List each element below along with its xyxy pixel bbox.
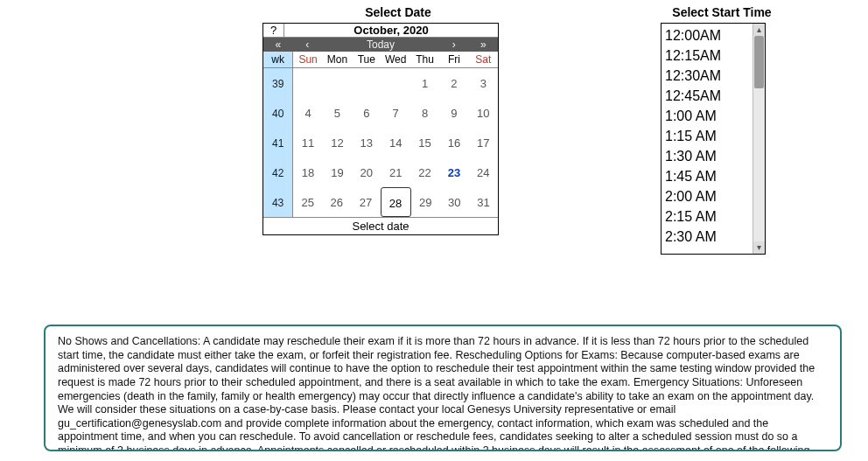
time-listbox[interactable]: 12:00AM12:15AM12:30AM12:45AM1:00 AM1:15 … — [661, 23, 766, 255]
calendar-day[interactable]: 23 — [439, 157, 468, 187]
scroll-up-icon[interactable]: ▴ — [753, 24, 765, 36]
calendar-day: . — [352, 68, 381, 98]
time-option[interactable]: 12:15AM — [665, 45, 749, 66]
time-option[interactable]: 12:00AM — [665, 25, 749, 45]
calendar-nav: « ‹ Today › » — [263, 38, 498, 52]
calendar-day[interactable]: 25 — [293, 187, 322, 217]
calendar: ? October, 2020 « ‹ Today › » wk Sun Mon… — [262, 23, 499, 235]
prev-month-button[interactable]: ‹ — [293, 38, 323, 52]
calendar-day[interactable]: 7 — [382, 98, 410, 128]
today-button[interactable]: Today — [322, 38, 439, 52]
week-number: 40 — [263, 98, 293, 128]
calendar-day[interactable]: 14 — [382, 128, 410, 157]
select-time-title: Select Start Time — [661, 5, 783, 19]
calendar-day[interactable]: 13 — [352, 128, 381, 157]
scroll-thumb[interactable] — [754, 36, 764, 88]
calendar-day[interactable]: 24 — [469, 157, 498, 187]
calendar-day[interactable]: 16 — [439, 128, 468, 157]
calendar-day[interactable]: 22 — [410, 157, 439, 187]
calendar-help-button[interactable]: ? — [263, 24, 284, 38]
time-option[interactable]: 12:45AM — [665, 86, 749, 106]
next-month-button[interactable]: › — [439, 38, 469, 52]
calendar-day[interactable]: 31 — [469, 187, 498, 217]
calendar-day[interactable]: 12 — [323, 128, 352, 157]
dow-thu: Thu — [410, 52, 439, 67]
dow-sat: Sat — [469, 52, 498, 67]
calendar-day[interactable]: 6 — [352, 98, 381, 128]
calendar-day[interactable]: 10 — [469, 98, 498, 128]
dow-mon: Mon — [323, 52, 352, 67]
prev-year-button[interactable]: « — [263, 38, 293, 52]
calendar-footer: Select date — [263, 217, 498, 234]
calendar-dow-header: wk Sun Mon Tue Wed Thu Fri Sat — [263, 52, 498, 68]
calendar-day[interactable]: 30 — [440, 187, 469, 217]
time-option[interactable]: 1:45 AM — [665, 166, 749, 186]
calendar-day[interactable]: 5 — [323, 98, 352, 128]
calendar-day[interactable]: 15 — [410, 128, 439, 157]
calendar-day[interactable]: 21 — [382, 157, 410, 187]
time-option[interactable]: 2:30 AM — [665, 227, 749, 247]
week-number: 43 — [263, 187, 293, 217]
policy-text: No Shows and Cancellations: A candidate … — [44, 325, 842, 451]
calendar-month-label: October, 2020 — [284, 24, 498, 38]
calendar-day[interactable]: 27 — [351, 187, 380, 217]
scroll-down-icon[interactable]: ▾ — [753, 241, 765, 254]
calendar-day[interactable]: 18 — [293, 157, 322, 187]
calendar-day[interactable]: 8 — [410, 98, 439, 128]
calendar-day: . — [382, 68, 410, 98]
calendar-day[interactable]: 4 — [293, 98, 322, 128]
select-date-title: Select Date — [262, 5, 534, 19]
calendar-day[interactable]: 26 — [322, 187, 351, 217]
week-number: 41 — [263, 128, 293, 157]
calendar-day[interactable]: 17 — [469, 128, 498, 157]
calendar-day[interactable]: 11 — [293, 128, 322, 157]
dow-wed: Wed — [382, 52, 410, 67]
calendar-day[interactable]: 1 — [410, 68, 439, 98]
calendar-day[interactable]: 9 — [439, 98, 468, 128]
time-scrollbar[interactable]: ▴ ▾ — [752, 24, 765, 254]
week-number: 39 — [263, 68, 293, 98]
calendar-day[interactable]: 20 — [352, 157, 381, 187]
calendar-day[interactable]: 19 — [323, 157, 352, 187]
next-year-button[interactable]: » — [469, 38, 499, 52]
calendar-day[interactable]: 29 — [411, 187, 440, 217]
calendar-day[interactable]: 2 — [439, 68, 468, 98]
week-number: 42 — [263, 157, 293, 187]
calendar-day[interactable]: 3 — [469, 68, 498, 98]
calendar-day[interactable]: 28 — [381, 187, 411, 217]
time-option[interactable]: 12:30AM — [665, 66, 749, 86]
time-option[interactable]: 1:15 AM — [665, 126, 749, 146]
time-option[interactable]: 1:00 AM — [665, 106, 749, 126]
calendar-day: . — [323, 68, 352, 98]
dow-sun: Sun — [293, 52, 322, 67]
time-option[interactable]: 2:15 AM — [665, 206, 749, 227]
dow-wk: wk — [263, 52, 293, 67]
calendar-day: . — [293, 68, 322, 98]
time-option[interactable]: 2:00 AM — [665, 186, 749, 206]
dow-tue: Tue — [352, 52, 381, 67]
time-option[interactable]: 1:30 AM — [665, 146, 749, 166]
dow-fri: Fri — [439, 52, 468, 67]
